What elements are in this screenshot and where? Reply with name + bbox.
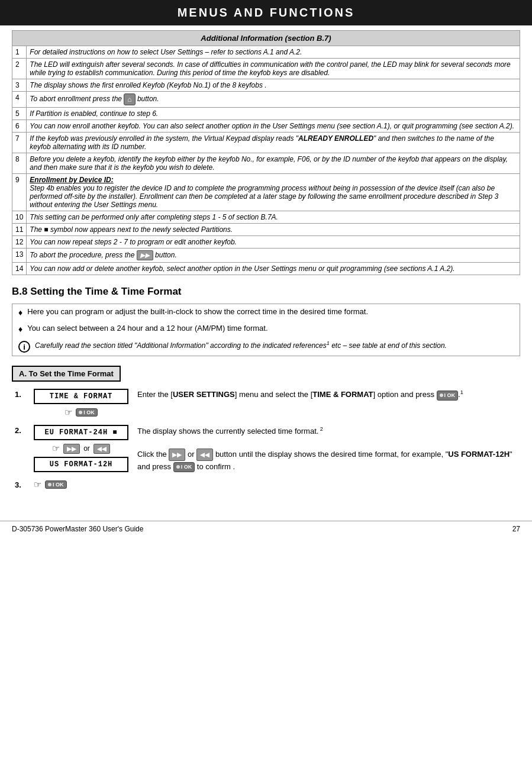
row-content: For detailed instructions on how to sele… <box>27 46 520 59</box>
table-row: 11 The ■ symbol now appears next to the … <box>12 224 520 236</box>
already-enrolled-text: ALREADY ENROLLED <box>298 134 373 143</box>
row-number: 8 <box>12 153 27 174</box>
table-title: Additional Information (section B.7) <box>12 31 520 46</box>
step-2-content: EU FORMAT-24H ■ ☞ ▶▶ or ◀◀ US FORMAT-12H… <box>34 425 520 472</box>
row-content: To abort enrollment press the ⌂ button. <box>27 92 520 108</box>
ok-button-icon: I OK <box>76 408 98 417</box>
step-1-text: Enter the [USER SETTINGS] menu and selec… <box>137 389 520 401</box>
ok-dot <box>79 411 82 414</box>
table-row: 10 This setting can be performed only af… <box>12 211 520 224</box>
time-format-label: TIME & FORMAT <box>312 391 373 399</box>
user-settings-label: USER SETTINGS <box>173 391 235 399</box>
bullet-row-2: ♦ You can select between a 24 hour and a… <box>12 321 520 337</box>
step-3-icon-row: ☞ I OK <box>34 479 67 490</box>
step-3-content: ☞ I OK <box>34 479 520 490</box>
footer-left: D-305736 PowerMaster 360 User's Guide <box>12 525 143 533</box>
table-row: 4 To abort enrollment press the ⌂ button… <box>12 92 520 108</box>
footer-right: 27 <box>512 525 520 533</box>
ok-dot-step3 <box>48 483 51 486</box>
step-1-content: TIME & FORMAT ☞ I OK Enter the [USER SET… <box>34 389 520 418</box>
steps-container: 1. TIME & FORMAT ☞ I OK Enter the [USER … <box>12 389 520 490</box>
table-title-row: Additional Information (section B.7) <box>12 31 520 46</box>
note-text: Carefully read the section titled "Addit… <box>35 340 447 350</box>
row-number: 13 <box>12 249 27 263</box>
info-circle-icon: i <box>18 341 30 353</box>
lcd-display-time-format: TIME & FORMAT <box>34 389 128 404</box>
table-row: 8 Before you delete a keyfob, identify t… <box>12 153 520 174</box>
table-row: 3 The display shows the first enrolled K… <box>12 79 520 92</box>
forward-arrow-button-icon: ▶▶ <box>137 250 153 260</box>
lcd-us-format: US FORMAT-12H <box>34 457 128 472</box>
step-1-display: TIME & FORMAT ☞ I OK <box>34 389 128 418</box>
info-note-row: i Carefully read the section titled "Add… <box>12 337 520 356</box>
step-1-row: 1. TIME & FORMAT ☞ I OK Enter the [USER … <box>15 389 520 418</box>
additional-info-table: Additional Information (section B.7) 1 F… <box>12 30 520 275</box>
forward-arrow-inline: ▶▶ <box>169 449 185 461</box>
table-row: 5 If Partition is enabled, continue to s… <box>12 108 520 120</box>
row-content: The LED will extinguish after several se… <box>27 59 520 79</box>
table-row: 7 If the keyfob was previously enrolled … <box>12 133 520 153</box>
page-header: MENUS AND FUNCTIONS <box>0 0 532 25</box>
ok-button-step3: I OK <box>45 480 67 489</box>
info-box: ♦ Here you can program or adjust the bui… <box>12 304 520 356</box>
bullet-icon: ♦ <box>18 307 22 318</box>
row-number: 3 <box>12 79 27 92</box>
ok-dot-inline <box>440 393 443 397</box>
step-2-number: 2. <box>15 425 28 435</box>
a-section-header: A. To Set the Time Format <box>12 366 121 382</box>
table-row: 12 You can now repeat steps 2 - 7 to pro… <box>12 236 520 249</box>
footnote-2: 2 <box>318 425 323 431</box>
row-content: If the keyfob was previously enrolled in… <box>27 133 520 153</box>
ok-text: I OK <box>83 409 95 415</box>
bullet-text-2: You can select between a 24 hour and a 1… <box>27 324 267 333</box>
hand-pointing-icon-2: ☞ <box>52 443 60 454</box>
lcd-eu-format: EU FORMAT-24H ■ <box>34 425 128 440</box>
row-number: 7 <box>12 133 27 153</box>
section-b8-heading: B.8 Setting the Time & Time Format <box>12 286 520 298</box>
row-content: You can now add or delete another keyfob… <box>27 263 520 275</box>
ok-text-inline: I OK <box>444 392 456 400</box>
bullet-text-1: Here you can program or adjust the built… <box>27 307 368 316</box>
row-number: 6 <box>12 120 27 133</box>
back-button-icon: ◀◀ <box>93 444 110 454</box>
step-3-row: 3. ☞ I OK <box>15 479 520 490</box>
table-row: 6 You can now enroll another keyfob. You… <box>12 120 520 133</box>
row-number: 14 <box>12 263 27 275</box>
row-number: 4 <box>12 92 27 108</box>
enrollment-heading: Enrollment by Device ID: <box>30 176 113 184</box>
page-footer: D-305736 PowerMaster 360 User's Guide 27 <box>0 521 532 537</box>
ok-dot-inline-2 <box>176 465 180 469</box>
row-content: You can now enroll another keyfob. You c… <box>27 120 520 133</box>
row-number: 2 <box>12 59 27 79</box>
table-row: 9 Enrollment by Device ID: Step 4b enabl… <box>12 174 520 211</box>
row-number: 12 <box>12 236 27 249</box>
bullet-icon: ♦ <box>18 324 22 334</box>
table-row: 2 The LED will extinguish after several … <box>12 59 520 79</box>
hand-pointing-icon: ☞ <box>65 407 72 418</box>
us-format-label: US FORMAT-12H <box>448 450 510 459</box>
step-3-number: 3. <box>15 479 28 489</box>
row-number: 1 <box>12 46 27 59</box>
row-content: If Partition is enabled, continue to ste… <box>27 108 520 120</box>
step-2-icon-row: ☞ ▶▶ or ◀◀ <box>52 443 110 454</box>
step-1-number: 1. <box>15 389 28 399</box>
row-content: The display shows the first enrolled Key… <box>27 79 520 92</box>
row-number: 5 <box>12 108 27 120</box>
row-content: This setting can be performed only after… <box>27 211 520 224</box>
step-2-text: The display shows the currently selected… <box>137 425 520 472</box>
row-content: You can now repeat steps 2 - 7 to progra… <box>27 236 520 249</box>
step-2-instruction-1: The display shows the currently selected… <box>137 427 323 435</box>
table-row: 13 To abort the procedure, press the ▶▶ … <box>12 249 520 263</box>
step-1-icon-row: ☞ I OK <box>65 407 98 418</box>
ok-button-inline-2: I OK <box>173 462 195 473</box>
step-2-display: EU FORMAT-24H ■ ☞ ▶▶ or ◀◀ US FORMAT-12H <box>34 425 128 472</box>
ok-text-step3: I OK <box>53 482 64 488</box>
ok-button-inline: I OK <box>437 391 459 401</box>
table-row: 14 You can now add or delete another key… <box>12 263 520 275</box>
footnote-1: 1 <box>460 389 463 395</box>
main-content: Additional Information (section B.7) 1 F… <box>0 25 532 509</box>
row-number: 9 <box>12 174 27 211</box>
or-label: or <box>83 444 90 453</box>
row-content: To abort the procedure, press the ▶▶ but… <box>27 249 520 263</box>
row-number: 10 <box>12 211 27 224</box>
